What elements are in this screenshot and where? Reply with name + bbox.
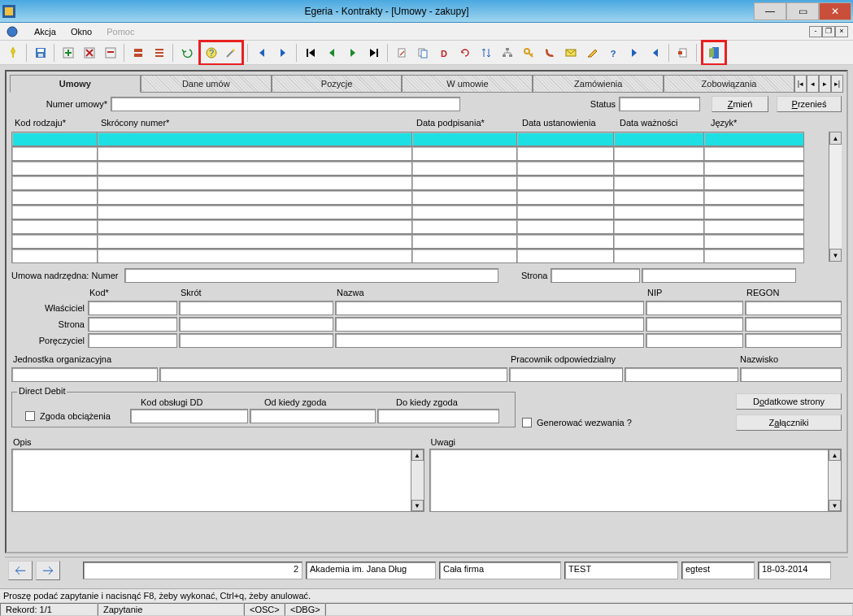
status-input[interactable] <box>619 97 700 111</box>
tab-next-icon[interactable]: ▸ <box>819 75 831 93</box>
maximize-button[interactable]: ▭ <box>786 2 819 20</box>
exit-icon[interactable] <box>704 43 724 63</box>
next-rec-icon[interactable] <box>343 43 363 63</box>
tab-zamowienia[interactable]: Zamówienia <box>533 75 664 93</box>
scroll-up-icon[interactable]: ▲ <box>829 449 841 461</box>
umowa-nadrzedna-input[interactable] <box>124 268 498 283</box>
tree-icon[interactable] <box>498 43 517 63</box>
menu-okno[interactable]: Okno <box>67 25 95 38</box>
prev-rec-icon[interactable] <box>322 43 342 63</box>
mdi-restore-button[interactable]: ❐ <box>822 26 835 37</box>
generowac-checkbox[interactable] <box>522 418 532 427</box>
do-kiedy-input[interactable] <box>377 409 499 423</box>
list-icon[interactable] <box>150 43 169 63</box>
od-kiedy-input[interactable] <box>250 409 376 423</box>
strona-skrot[interactable] <box>179 317 333 332</box>
jednostka-input2[interactable] <box>159 367 507 382</box>
zalaczniki-button[interactable]: Załączniki <box>736 414 842 431</box>
tab-first-icon[interactable]: |◂ <box>794 75 807 93</box>
strona-nadrz-input1[interactable] <box>551 268 640 283</box>
minimize-button[interactable]: — <box>754 2 786 20</box>
key-icon[interactable] <box>519 43 538 63</box>
grid-scrollbar[interactable]: ▲ ▼ <box>829 132 842 262</box>
doc2-icon[interactable] <box>413 43 433 63</box>
zmien-button[interactable]: Zmień <box>712 96 768 112</box>
form-icon[interactable] <box>128 43 148 63</box>
tab-w-umowie[interactable]: W umowie <box>402 75 533 93</box>
strona-nip[interactable] <box>646 317 743 332</box>
close-button[interactable]: ✕ <box>819 2 851 20</box>
sort-icon[interactable] <box>477 43 496 63</box>
doc1-icon[interactable] <box>392 43 411 63</box>
scroll-up-icon[interactable]: ▲ <box>829 132 842 145</box>
doc3-icon[interactable] <box>673 43 693 63</box>
wlasciciel-nip[interactable] <box>646 301 743 315</box>
scroll-up-icon[interactable]: ▲ <box>411 449 424 461</box>
zgoda-checkbox[interactable] <box>25 411 35 421</box>
tab-zobowiazania[interactable]: Zobowiązania <box>664 75 794 93</box>
mail-icon[interactable] <box>561 43 581 63</box>
nazwisko-input[interactable] <box>740 367 842 382</box>
wlasciciel-regon[interactable] <box>745 301 842 315</box>
wlasciciel-skrot[interactable] <box>179 301 333 315</box>
table-row[interactable] <box>11 205 829 219</box>
menu-akcja[interactable]: Akcja <box>31 25 59 38</box>
tab-prev-icon[interactable]: ◂ <box>807 75 819 93</box>
table-row[interactable] <box>11 249 829 263</box>
pin-icon[interactable] <box>3 43 23 63</box>
numer-umowy-input[interactable] <box>111 97 460 111</box>
question-icon[interactable]: ? <box>603 43 623 63</box>
pracownik-input1[interactable] <box>509 367 623 382</box>
table-row[interactable] <box>11 219 829 234</box>
strona-nazwa[interactable] <box>335 317 644 332</box>
tab-umowy[interactable]: Umowy <box>10 75 141 93</box>
table-row[interactable] <box>11 146 829 161</box>
poreczyciel-skrot[interactable] <box>179 333 333 348</box>
refresh-icon[interactable] <box>455 43 475 63</box>
strona-regon[interactable] <box>745 317 842 332</box>
poreczyciel-nazwa[interactable] <box>335 333 644 348</box>
jednostka-input1[interactable] <box>11 367 158 382</box>
poreczyciel-regon[interactable] <box>745 333 842 348</box>
uwagi-textarea[interactable]: ▲▼ <box>429 449 842 512</box>
save-icon[interactable] <box>31 43 50 63</box>
scroll-down-icon[interactable]: ▼ <box>829 249 842 262</box>
tab-last-icon[interactable]: ▸| <box>831 75 843 93</box>
last-icon[interactable] <box>364 43 384 63</box>
fwd-icon[interactable] <box>625 43 644 63</box>
table-row[interactable] <box>11 234 829 249</box>
przenies-button[interactable]: Przenieś <box>777 96 842 112</box>
undo-icon[interactable] <box>177 43 197 63</box>
table-row[interactable] <box>11 161 829 176</box>
wlasciciel-nazwa[interactable] <box>335 301 644 315</box>
mdi-close-button[interactable]: × <box>835 26 848 37</box>
pracownik-input2[interactable] <box>625 367 738 382</box>
wlasciciel-kod[interactable] <box>88 301 177 315</box>
prev-icon[interactable] <box>252 43 272 63</box>
menu-pomoc[interactable]: Pomoc <box>103 25 137 38</box>
nav-fwd-button[interactable]: 🡢 <box>36 561 60 580</box>
dodatkowe-strony-button[interactable]: Dodatkowe strony <box>736 393 842 410</box>
mdi-minimize-button[interactable]: - <box>809 26 822 37</box>
table-row[interactable] <box>11 132 829 146</box>
strona-kod[interactable] <box>88 317 177 332</box>
back-icon[interactable] <box>646 43 665 63</box>
table-row[interactable] <box>11 176 829 190</box>
poreczyciel-kod[interactable] <box>88 333 177 348</box>
help-icon[interactable]: ? <box>202 43 221 63</box>
scroll-down-icon[interactable]: ▼ <box>411 500 424 511</box>
first-icon[interactable] <box>301 43 320 63</box>
strona-nadrz-input2[interactable] <box>642 268 796 283</box>
next-icon[interactable] <box>273 43 293 63</box>
delete-icon[interactable] <box>80 43 99 63</box>
clear-icon[interactable] <box>101 43 120 63</box>
kod-dd-input[interactable] <box>130 409 248 423</box>
opis-textarea[interactable]: ▲▼ <box>11 449 424 512</box>
edit-icon[interactable] <box>582 43 602 63</box>
wand-icon[interactable] <box>221 43 241 63</box>
table-row[interactable] <box>11 190 829 205</box>
tab-dane-umow[interactable]: Dane umów <box>141 75 272 93</box>
poreczyciel-nip[interactable] <box>646 333 743 348</box>
tab-pozycje[interactable]: Pozycje <box>272 75 403 93</box>
phone-icon[interactable] <box>540 43 559 63</box>
